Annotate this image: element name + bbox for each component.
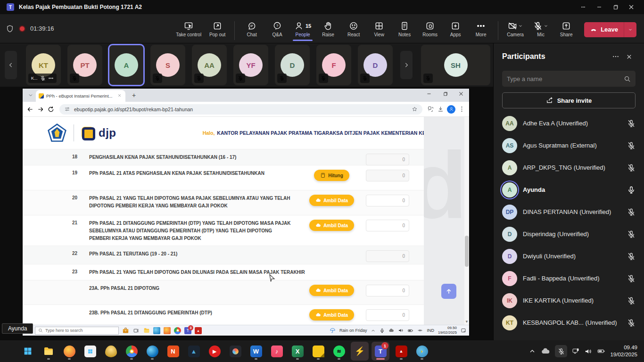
edge-icon[interactable] [143, 342, 161, 361]
tray-mic-icon[interactable] [380, 328, 385, 333]
tile-more-icon[interactable] [48, 75, 54, 81]
participants-close-icon[interactable] [622, 50, 636, 63]
youtube-music-icon[interactable]: ▶ [206, 342, 223, 361]
video-tile[interactable]: PT [67, 45, 102, 85]
language-indicator[interactable]: IND [427, 328, 434, 333]
file-explorer-icon[interactable] [40, 342, 58, 361]
taskbar-clock[interactable]: 09.49 19/02/2025 [610, 344, 637, 358]
word-icon[interactable]: W [247, 342, 265, 361]
participant-row[interactable]: DP DINAS PERTANIAN (Unverified) [502, 201, 636, 223]
video-tile[interactable]: YF [233, 45, 268, 85]
amount-input-19[interactable] [366, 170, 409, 181]
shared-chrome-icon[interactable] [174, 327, 181, 334]
video-tile-speaking[interactable]: A [109, 45, 144, 85]
display-connect-icon[interactable] [572, 347, 579, 355]
tab-close-icon[interactable] [116, 93, 123, 99]
hitung-button[interactable]: Hitung [314, 170, 349, 181]
browser-minimize-button[interactable] [421, 89, 437, 99]
mic-muted-icon[interactable] [627, 141, 636, 150]
raise-hand-button[interactable]: Raise [316, 20, 340, 38]
share-button[interactable]: Share [554, 20, 578, 38]
onedrive-icon[interactable] [541, 346, 550, 356]
tray-battery-icon[interactable] [407, 328, 413, 334]
window-minimize-button[interactable] [591, 0, 607, 14]
forward-icon[interactable] [37, 106, 44, 113]
tab-groups-icon[interactable] [427, 106, 434, 113]
affinity-icon[interactable]: ▲ [185, 342, 203, 361]
address-bar[interactable]: ebupotip.pajak.go.id/spt21/bupot/rekam-b… [59, 104, 422, 115]
window-close-button[interactable] [623, 0, 639, 14]
browser-menu-icon[interactable] [458, 106, 465, 113]
browser-profile-avatar[interactable] [447, 105, 455, 114]
tab-search-chevron-icon[interactable] [25, 90, 36, 100]
apps-button[interactable]: Apps [443, 20, 468, 38]
amount-input-20[interactable] [366, 195, 409, 206]
view-button[interactable]: View [367, 20, 391, 38]
people-button[interactable]: 15 People [290, 20, 315, 38]
share-invite-button[interactable]: Share invite [502, 92, 636, 108]
more-button[interactable]: More [469, 20, 493, 38]
video-tile[interactable]: AA [192, 45, 227, 85]
participant-row[interactable]: D Dwiyuli (Unverified) [502, 245, 636, 267]
shared-teams-icon[interactable]: T3 [184, 327, 191, 334]
sticky-notes-icon[interactable] [309, 342, 327, 361]
amount-input-23a[interactable] [366, 285, 409, 296]
ambil-data-button-21[interactable]: Ambil Data [309, 220, 354, 231]
participants-more-icon[interactable] [609, 50, 622, 63]
chrome-icon[interactable] [123, 342, 140, 361]
bookmark-star-icon[interactable] [412, 106, 418, 112]
amount-input-18[interactable] [366, 154, 409, 165]
shared-firefox-icon[interactable] [164, 327, 171, 334]
mic-muted-icon[interactable] [627, 296, 636, 305]
firefox-icon[interactable] [60, 342, 78, 361]
participant-row[interactable]: D Disperindag (Unverified) [502, 223, 636, 245]
leave-button[interactable]: Leave [584, 22, 636, 37]
tray-chevron-up-icon[interactable] [528, 347, 536, 355]
map-pin-icon[interactable] [102, 342, 120, 361]
ambil-data-button-23b[interactable]: Ambil Data [309, 309, 354, 321]
site-settings-icon[interactable] [64, 106, 70, 112]
mic-muted-icon[interactable] [627, 164, 636, 172]
new-tab-button[interactable]: + [129, 90, 139, 100]
teams-icon[interactable]: T1 [372, 342, 389, 361]
acrobat-icon[interactable]: ▲ [392, 342, 410, 361]
mic-muted-tray-icon[interactable] [555, 345, 567, 357]
titlebar-more-icon[interactable] [575, 0, 591, 14]
rooms-button[interactable]: Rooms [418, 20, 442, 38]
mic-muted-icon[interactable] [627, 319, 636, 327]
page-scrollbar[interactable]: ▼ [464, 117, 469, 325]
tray-plug-icon[interactable] [417, 328, 423, 333]
tray-speaker-icon[interactable] [398, 328, 404, 333]
participant-row[interactable]: F Fadli - Bappeda (Unverified) [502, 267, 636, 289]
amount-input-22[interactable] [366, 250, 409, 262]
shared-search-box[interactable]: Type here to search [35, 327, 119, 335]
start-button[interactable] [19, 342, 37, 361]
mic-on-icon[interactable] [627, 186, 636, 194]
tiles-scroll-right-button[interactable] [400, 51, 413, 79]
browser-restore-button[interactable] [437, 89, 453, 99]
qa-button[interactable]: Q&A [265, 20, 289, 38]
video-tile[interactable]: SH [421, 45, 490, 85]
participant-row[interactable]: IK IKE KARTIKA (Unverified) [502, 289, 636, 312]
shared-clock[interactable]: 09.50 19/02/2025 [438, 326, 457, 335]
mic-muted-icon[interactable] [627, 230, 636, 239]
apple-music-icon[interactable]: ♪ [268, 342, 286, 361]
browser-tab[interactable]: PPh - eBupot Instansi Pemerint... [36, 90, 125, 102]
participant-row[interactable]: KT KESBANGPOL KAB... (Unverified) [502, 312, 636, 334]
mic-muted-icon[interactable] [627, 119, 636, 128]
shared-briefcase-icon[interactable] [122, 327, 129, 334]
participant-row[interactable]: AS Agus Supratman (External) [502, 134, 636, 156]
notes-button[interactable]: Notes [392, 20, 417, 38]
video-tile[interactable]: S [150, 45, 185, 85]
mic-muted-icon[interactable] [627, 208, 636, 216]
react-button[interactable]: React [341, 20, 366, 38]
spotify-icon[interactable]: ≋ [330, 342, 348, 361]
mic-button[interactable]: Mic [528, 20, 553, 38]
video-tile[interactable]: D [275, 45, 310, 85]
weather-label[interactable]: Rain on Friday [339, 328, 367, 333]
scrollbar-down-arrow-icon[interactable]: ▼ [465, 320, 469, 324]
participant-row[interactable]: A ARP_DKPS_TNG (Unverified) [502, 156, 636, 179]
battery-icon[interactable] [597, 347, 605, 355]
video-tile[interactable]: D [358, 45, 393, 85]
take-control-button[interactable]: Take control [173, 20, 204, 38]
